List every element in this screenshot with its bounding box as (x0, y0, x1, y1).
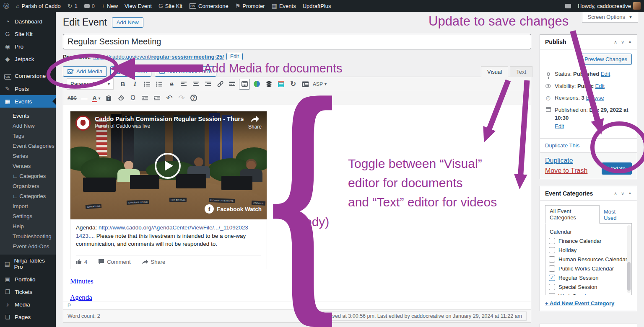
align-center-button[interactable] (190, 79, 201, 90)
tab-visual[interactable]: Visual (481, 66, 508, 77)
indent-button[interactable] (152, 93, 163, 103)
submenu-help[interactable]: Help (0, 221, 56, 231)
align-right-button[interactable] (203, 79, 213, 90)
sidebar-item-tickets[interactable]: ❐Tickets (0, 286, 56, 298)
preview-changes-button[interactable]: Preview Changes (580, 54, 632, 65)
sidebar-item-pro[interactable]: ◉Pro (0, 40, 56, 53)
align-left-button[interactable] (178, 79, 189, 90)
publish-box-header[interactable]: Publish ∧∨▲ (540, 35, 637, 49)
redo-button[interactable]: ↷ (176, 93, 187, 103)
minutes-link[interactable]: Minutes (70, 277, 93, 286)
category-row[interactable]: Finance Calendar (549, 236, 631, 245)
share-button[interactable]: Share (142, 259, 166, 265)
duplicate-link[interactable]: Duplicate (545, 157, 587, 165)
asp-dropdown[interactable]: ASP▾ (312, 79, 327, 90)
submenu-event-categories[interactable]: Event Categories (0, 141, 56, 151)
refresh-button[interactable]: ↻ (288, 79, 299, 90)
play-button[interactable] (155, 153, 181, 179)
event-options-header[interactable]: Event Options ∧∨▲ (540, 324, 637, 327)
howdy-account-menu[interactable]: Howdy, caddocreative (574, 0, 644, 12)
outdent-button[interactable] (140, 93, 151, 103)
screen-options-button[interactable]: Screen Options▼ (582, 12, 638, 23)
plugin-swirl-button[interactable] (251, 79, 262, 90)
table-plugin-button[interactable] (275, 79, 286, 90)
revisions-browse-link[interactable]: Browse (586, 95, 604, 101)
toolbar-toggle-button[interactable] (239, 79, 250, 90)
paste-as-text-button[interactable]: T (103, 93, 114, 103)
sidebar-item-site-kit[interactable]: GSite Kit (0, 28, 56, 40)
add-new-event-category-link[interactable]: + Add New Event Category (545, 300, 614, 306)
undo-button[interactable]: ↶ (164, 93, 175, 103)
move-down-icon[interactable]: ∨ (621, 191, 624, 196)
submenu-venue-categories[interactable]: ∟ Categories (0, 171, 56, 181)
path-element-label[interactable]: P (68, 303, 71, 309)
submenu-settings[interactable]: Settings (0, 211, 56, 221)
strikethrough-button[interactable]: ABC (67, 93, 78, 103)
move-up-icon[interactable]: ∧ (614, 191, 617, 196)
italic-button[interactable]: I (130, 79, 140, 90)
add-media-button[interactable]: Add Media (63, 66, 107, 77)
screen-notification-icon[interactable] (562, 0, 574, 12)
toggle-panel-icon[interactable]: ▲ (628, 191, 632, 196)
submenu-add-new[interactable]: Add New (0, 121, 56, 131)
category-row[interactable]: Work Session (549, 291, 631, 295)
new-content-menu[interactable]: +New (98, 0, 121, 12)
like-button[interactable]: 4 (76, 259, 87, 265)
video-share-button[interactable]: Share (248, 116, 262, 140)
submenu-organizers[interactable]: Organizers (0, 181, 56, 191)
site-kit-menu[interactable]: GSite Kit (155, 0, 186, 12)
submenu-series[interactable]: Series (0, 151, 56, 161)
checkbox[interactable] (549, 293, 555, 296)
sidebar-item-jetpack[interactable]: ◆Jetpack (0, 53, 56, 65)
comments-menu[interactable]: 0 (81, 0, 98, 12)
published-edit-link[interactable]: Edit (555, 123, 564, 129)
event-categories-header[interactable]: Event Categories ∧∨▲ (540, 186, 637, 201)
tab-most-used[interactable]: Most Used (600, 206, 632, 224)
add-contact-form-button[interactable]: Add Contact Form (155, 66, 216, 77)
duplicate-this-link[interactable]: Duplicate This (545, 142, 579, 149)
updates-menu[interactable]: ↻1 (64, 0, 81, 12)
submenu-troubleshooting[interactable]: Troubleshooting (0, 231, 56, 241)
category-row[interactable]: Human Resources Calendar (549, 255, 631, 264)
category-row[interactable]: Public Works Calendar (549, 264, 631, 273)
submenu-tags[interactable]: Tags (0, 131, 56, 141)
status-edit-link[interactable]: Edit (601, 71, 610, 77)
submenu-organizer-categories[interactable]: ∟ Categories (0, 191, 56, 201)
promoter-menu[interactable]: ⚑Promoter (232, 0, 268, 12)
sidebar-item-pages[interactable]: ❏Pages (0, 311, 56, 323)
read-more-button[interactable] (227, 79, 238, 90)
submenu-venues[interactable]: Venues (0, 161, 56, 171)
sidebar-item-media[interactable]: ♪Media (0, 298, 56, 311)
keyboard-shortcuts-help-button[interactable]: ? (188, 93, 199, 103)
sidebar-item-dashboard[interactable]: ◔Dashboard (0, 15, 56, 28)
sidebar-item-schedule[interactable]: ◴Schedule (0, 323, 56, 327)
sidebar-item-cornerstone[interactable]: CSCornerstone (0, 70, 56, 82)
move-to-trash-link[interactable]: Move to Trash (545, 167, 587, 175)
submenu-events[interactable]: Events (0, 111, 56, 121)
cornerstone-menu[interactable]: CSCornerstone (186, 0, 232, 12)
events-menu[interactable]: ▦Events (268, 0, 299, 12)
checkbox[interactable] (549, 247, 555, 253)
numbered-list-button[interactable] (154, 79, 165, 90)
update-button[interactable]: Update (602, 162, 632, 175)
toggle-panel-icon[interactable]: ▲ (628, 39, 632, 45)
permalink-edit-button[interactable]: Edit (226, 53, 243, 60)
text-color-button[interactable]: A▾ (91, 93, 102, 103)
video-thumbnail[interactable]: JOHN ATKINS JOHN-PAUL YOUNG ROY BURRELL … (70, 111, 267, 219)
view-event-menu[interactable]: View Event (121, 0, 155, 12)
special-character-button[interactable]: Ω (127, 93, 138, 103)
event-title-input[interactable] (63, 34, 531, 49)
link-button[interactable] (215, 79, 226, 90)
category-row[interactable]: Holiday (549, 245, 631, 255)
sidebar-item-portfolio[interactable]: ▣Portfolio (0, 273, 56, 286)
permalink-link[interactable]: https://caddo.gov/event/regular-session-… (93, 54, 223, 60)
tab-all-event-categories[interactable]: All Event Categories (545, 205, 600, 224)
checkbox[interactable] (549, 238, 555, 244)
move-up-icon[interactable]: ∧ (614, 39, 617, 45)
bullet-list-button[interactable] (142, 79, 153, 90)
submenu-import[interactable]: Import (0, 201, 56, 211)
tab-text[interactable]: Text (510, 66, 532, 77)
comment-button[interactable]: Comment (98, 259, 130, 265)
editor-body[interactable]: JOHN ATKINS JOHN-PAUL YOUNG ROY BURRELL … (63, 105, 531, 301)
wp-logo-menu[interactable]: Ⓦ (0, 0, 13, 12)
